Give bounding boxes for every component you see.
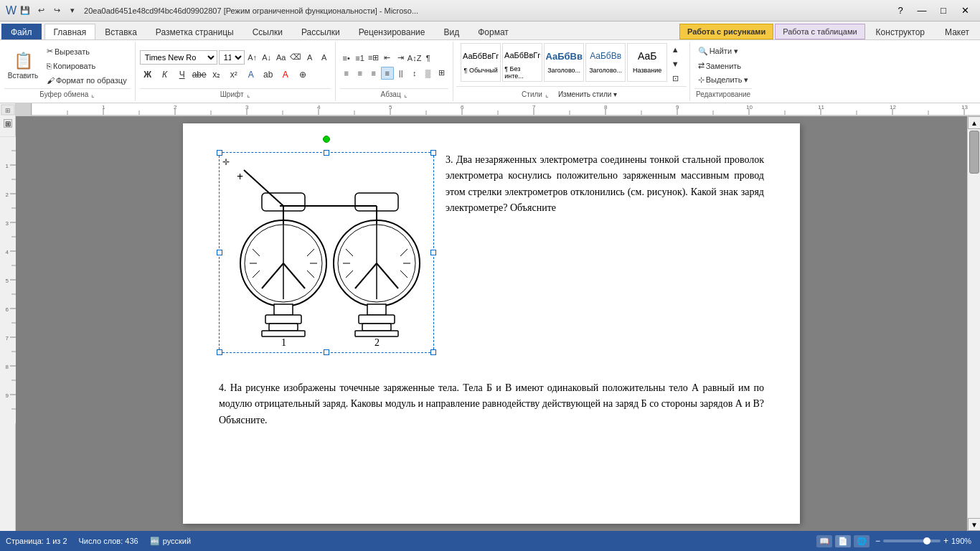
tab-mailings[interactable]: Рассылки [292, 24, 349, 39]
font-expand-icon[interactable]: ⌞ [247, 90, 250, 98]
tab-format[interactable]: Формат [468, 24, 518, 39]
column-break-button[interactable]: || [395, 67, 407, 80]
style-h1[interactable]: АаБбВв Заголово... [544, 43, 584, 82]
scroll-down-button[interactable]: ▼ [968, 518, 980, 531]
style-title[interactable]: АаБ Название [627, 43, 667, 82]
tab-view[interactable]: Вид [434, 24, 468, 39]
font-extra3-btn[interactable]: ⊕ [295, 67, 311, 82]
styles-scroll-up[interactable]: ▲ [669, 43, 682, 56]
tab-file[interactable]: Файл [1, 24, 42, 39]
increase-font-btn[interactable]: A↑ [246, 51, 259, 64]
zoom-out-button[interactable]: − [875, 536, 880, 546]
handle-mr[interactable] [430, 250, 436, 255]
styles-expand[interactable]: ⊡ [669, 72, 682, 85]
zoom-slider-thumb[interactable] [923, 537, 930, 545]
qat-dropdown-button[interactable]: ▾ [65, 4, 80, 18]
tab-constructor[interactable]: Конструктор [867, 24, 934, 39]
print-layout-button[interactable]: 📄 [835, 535, 851, 547]
text-highlight-button[interactable]: ab [260, 67, 276, 82]
multilevel-list-button[interactable]: ≡⊞ [367, 52, 380, 65]
decrease-indent-button[interactable]: ⇤ [381, 52, 394, 65]
zoom-in-button[interactable]: + [943, 536, 948, 546]
close-button[interactable]: ✕ [956, 4, 974, 18]
paragraph-expand-icon[interactable]: ⌞ [404, 90, 407, 98]
sort-button[interactable]: A↕Z [408, 52, 421, 65]
clipboard-expand-icon[interactable]: ⌞ [91, 90, 95, 98]
save-qat-button[interactable]: 💾 [18, 4, 32, 18]
horizontal-ruler[interactable]: 1 2 3 4 5 6 7 8 9 10 [32, 103, 980, 116]
tab-table-tools[interactable]: Работа с таблицами [775, 24, 864, 39]
decrease-font-btn[interactable]: A↓ [260, 51, 273, 64]
svg-text:1: 1 [5, 163, 9, 169]
increase-indent-button[interactable]: ⇥ [395, 52, 407, 65]
document-area[interactable]: ✛ + [16, 116, 967, 531]
font-size-select[interactable]: 11 [219, 50, 245, 65]
align-right-button[interactable]: ≡ [367, 67, 380, 80]
tab-review[interactable]: Рецензирование [349, 24, 435, 39]
font-color-button[interactable]: A [278, 67, 293, 82]
strikethrough-button[interactable]: abe [192, 67, 207, 82]
show-marks-button[interactable]: ¶ [422, 52, 435, 65]
scroll-up-button[interactable]: ▲ [968, 116, 980, 129]
help-button[interactable]: ? [891, 4, 910, 18]
image-frame[interactable]: ✛ + [219, 152, 434, 353]
replace-button[interactable]: ⇄ Заменить [694, 60, 753, 72]
bold-button[interactable]: Ж [140, 67, 156, 82]
style-h2[interactable]: АаБбВв Заголово... [585, 43, 626, 82]
handle-bl[interactable] [217, 349, 222, 355]
line-spacing-button[interactable]: ↕ [408, 67, 421, 80]
paste-button[interactable]: 📋 Вставить [4, 44, 42, 88]
text-effects-button[interactable]: A [243, 67, 259, 82]
styles-scroll-down[interactable]: ▼ [669, 57, 682, 70]
copy-button[interactable]: ⎘ Копировать [43, 60, 131, 72]
tab-layout[interactable]: Макет [936, 24, 979, 39]
handle-br[interactable] [430, 349, 436, 355]
clear-formatting-btn[interactable]: ⌫ [289, 51, 302, 64]
underline-button[interactable]: Ч [174, 67, 190, 82]
undo-button[interactable]: ↩ [34, 4, 48, 18]
tab-picture-tools[interactable]: Работа с рисунками [679, 24, 773, 39]
handle-bm[interactable] [324, 349, 329, 355]
redo-button[interactable]: ↪ [50, 4, 64, 18]
numbering-button[interactable]: ≡1 [354, 52, 367, 65]
font-extra1-btn[interactable]: A [303, 51, 316, 64]
align-left-button[interactable]: ≡ [340, 67, 353, 80]
tab-references[interactable]: Ссылки [243, 24, 292, 39]
font-name-select[interactable]: Times New Ro [140, 50, 217, 65]
handle-tr[interactable] [430, 150, 436, 156]
change-styles-button[interactable]: Изменить стили ▾ [555, 88, 621, 100]
minimize-button[interactable]: — [913, 4, 931, 18]
right-scrollbar[interactable]: ▲ ▼ [967, 116, 980, 531]
format-painter-button[interactable]: 🖌 Формат по образцу [43, 74, 131, 87]
style-normal[interactable]: АаБбВвГг ¶ Обычный [461, 43, 501, 82]
italic-button[interactable]: К [157, 67, 173, 82]
rotation-handle[interactable] [323, 136, 330, 143]
style-no-spacing[interactable]: АаБбВвГг ¶ Без инте... [502, 43, 542, 82]
web-layout-button[interactable]: 🌐 [854, 535, 870, 547]
align-center-button[interactable]: ≡ [354, 67, 367, 80]
superscript-button[interactable]: x² [226, 67, 242, 82]
handle-ml[interactable] [217, 250, 222, 255]
scroll-thumb[interactable] [969, 131, 979, 174]
tab-insert[interactable]: Вставка [95, 24, 146, 39]
cut-button[interactable]: ✂ Вырезать [43, 44, 131, 58]
styles-expand-icon[interactable]: ⌞ [545, 90, 549, 98]
tab-home[interactable]: Главная [44, 24, 96, 39]
borders-button[interactable]: ⊞ [435, 67, 448, 80]
handle-tl[interactable] [217, 150, 222, 156]
bullets-button[interactable]: ≡• [340, 52, 353, 65]
tab-page-layout[interactable]: Разметка страницы [146, 24, 243, 39]
font-extra2-btn[interactable]: A [318, 51, 331, 64]
change-case-btn[interactable]: Aа [275, 51, 288, 64]
justify-button[interactable]: ≡ [381, 67, 394, 80]
find-button[interactable]: 🔍 Найти ▾ [694, 45, 753, 57]
zoom-slider-track[interactable] [883, 540, 941, 542]
maximize-button[interactable]: □ [934, 4, 953, 18]
zoom-level: 190% [951, 537, 974, 545]
select-button[interactable]: ⊹ Выделить ▾ [694, 74, 753, 86]
shading-button[interactable]: ▒ [422, 67, 435, 80]
subscript-button[interactable]: x₂ [209, 67, 225, 82]
handle-tm[interactable] [324, 150, 329, 156]
read-mode-button[interactable]: 📖 [816, 535, 832, 547]
view-mode-button[interactable]: ⊞ [4, 119, 12, 128]
